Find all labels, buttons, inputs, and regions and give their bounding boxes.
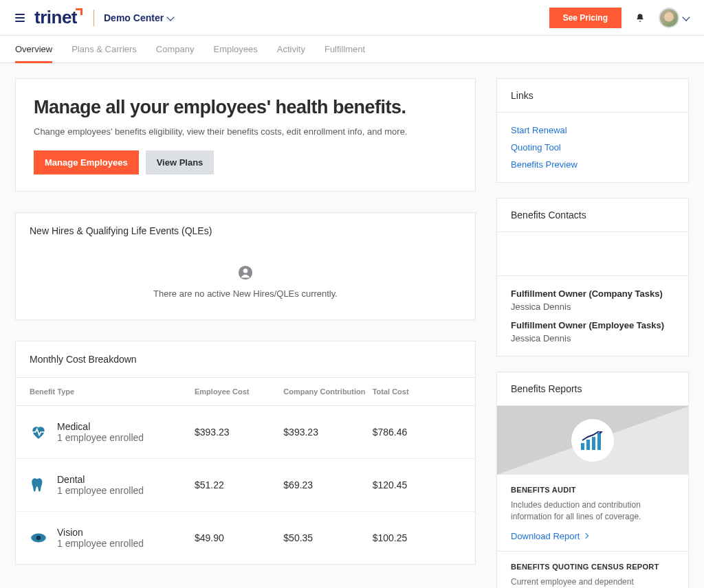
page-subtitle: Change employees' benefits eligibility, …	[34, 126, 457, 137]
contacts-title: Benefits Contacts	[497, 199, 688, 232]
header-left: trinet Demo Center	[15, 7, 173, 28]
download-report-label: Download Report	[511, 531, 580, 541]
page-title: Manage all your employees' health benefi…	[34, 97, 457, 118]
link-start-renewal[interactable]: Start Renewal	[511, 125, 674, 135]
workspace-name: Demo Center	[104, 12, 164, 23]
company-contribution: $393.23	[283, 427, 372, 438]
contact-company-owner: Fulfillment Owner (Company Tasks) Jessic…	[511, 289, 674, 312]
notifications-icon[interactable]	[635, 13, 645, 23]
report-section-desc: Current employee and dependent demograph…	[511, 576, 674, 588]
benefit-enrolled: 1 employee enrolled	[57, 485, 144, 496]
main-column: Manage all your employees' health benefi…	[15, 78, 476, 588]
header-divider	[94, 10, 94, 26]
view-plans-button[interactable]: View Plans	[146, 150, 214, 174]
contacts-list: Fulfillment Owner (Company Tasks) Jessic…	[497, 276, 688, 356]
hero-card: Manage all your employees' health benefi…	[15, 78, 476, 192]
links-list: Start Renewal Quoting Tool Benefits Prev…	[497, 113, 688, 182]
cost-row-medical: Medical 1 employee enrolled $393.23 $393…	[16, 406, 475, 459]
report-graphic	[497, 406, 688, 475]
links-card: Links Start Renewal Quoting Tool Benefit…	[496, 78, 689, 183]
tab-plans-carriers[interactable]: Plans & Carriers	[72, 36, 137, 63]
benefit-name: Dental	[57, 474, 144, 485]
tooth-icon	[30, 476, 47, 494]
total-cost: $120.45	[373, 479, 461, 490]
user-menu[interactable]	[659, 8, 689, 28]
employee-cost: $49.90	[195, 532, 283, 543]
see-pricing-button[interactable]: See Pricing	[549, 8, 622, 28]
report-section-desc: Includes deduction and contribution info…	[511, 499, 674, 523]
chevron-right-icon	[583, 533, 588, 539]
tab-fulfillment[interactable]: Fulfillment	[324, 36, 365, 63]
link-benefits-preview[interactable]: Benefits Preview	[511, 159, 674, 170]
report-section-title: BENEFITS QUOTING CENSUS REPORT	[511, 563, 674, 571]
eye-icon	[30, 529, 47, 547]
tab-company[interactable]: Company	[156, 36, 195, 63]
company-contribution: $50.35	[283, 532, 372, 543]
workspace-switcher[interactable]: Demo Center	[104, 12, 173, 23]
cost-row-dental: Dental 1 employee enrolled $51.22 $69.23…	[16, 459, 475, 512]
svg-rect-7	[597, 433, 601, 450]
link-quoting-tool[interactable]: Quoting Tool	[511, 142, 674, 152]
svg-point-3	[36, 536, 41, 541]
contacts-card: Benefits Contacts Fulfillment Owner (Com…	[496, 198, 689, 357]
col-employee-cost: Employee Cost	[195, 387, 283, 396]
tab-employees[interactable]: Employees	[213, 36, 257, 63]
cost-header-row: Benefit Type Employee Cost Company Contr…	[16, 378, 475, 406]
contacts-spacer	[497, 232, 688, 276]
report-quoting-census: BENEFITS QUOTING CENSUS REPORT Current e…	[497, 552, 688, 588]
benefit-name: Vision	[57, 527, 144, 538]
qle-empty-state: There are no active New Hires/QLEs curre…	[16, 249, 475, 319]
qle-empty-text: There are no active New Hires/QLEs curre…	[153, 289, 338, 299]
reports-card: Benefits Reports BENEFITS AUDIT Incl	[496, 372, 689, 588]
reports-title: Benefits Reports	[497, 372, 688, 406]
heart-icon	[30, 423, 47, 441]
contact-name: Jessica Dennis	[511, 302, 674, 312]
employee-cost: $51.22	[195, 479, 283, 490]
contact-role: Fulfillment Owner (Company Tasks)	[511, 289, 674, 299]
app-header: trinet Demo Center See Pricing	[0, 0, 704, 36]
logo-text-suffix: net	[52, 7, 78, 28]
tab-activity[interactable]: Activity	[277, 36, 305, 63]
col-benefit-type: Benefit Type	[30, 387, 195, 396]
logo-accent-icon	[76, 8, 82, 15]
company-contribution: $69.23	[283, 479, 372, 490]
benefit-enrolled: 1 employee enrolled	[57, 432, 144, 443]
hero-actions: Manage Employees View Plans	[34, 150, 457, 174]
col-company-contribution: Company Contribution	[283, 387, 372, 396]
bar-chart-icon	[581, 431, 604, 450]
person-icon	[238, 265, 253, 280]
chevron-down-icon	[682, 13, 690, 21]
logo-text-prefix: tri	[34, 7, 52, 28]
total-cost: $786.46	[373, 427, 461, 438]
menu-icon[interactable]	[15, 14, 25, 22]
svg-point-1	[243, 269, 248, 273]
report-section-title: BENEFITS AUDIT	[511, 486, 674, 494]
manage-employees-button[interactable]: Manage Employees	[34, 150, 139, 174]
cost-title: Monthly Cost Breakdown	[16, 341, 475, 378]
contact-employee-owner: Fulfillment Owner (Employee Tasks) Jessi…	[511, 320, 674, 343]
benefit-enrolled: 1 employee enrolled	[57, 538, 144, 549]
links-title: Links	[497, 79, 688, 113]
download-report-link[interactable]: Download Report	[511, 531, 674, 541]
qle-title: New Hires & Qualifying Life Events (QLEs…	[16, 213, 475, 249]
side-column: Links Start Renewal Quoting Tool Benefit…	[496, 78, 689, 588]
header-right: See Pricing	[549, 8, 689, 28]
avatar	[659, 8, 679, 28]
cost-breakdown-card: Monthly Cost Breakdown Benefit Type Empl…	[15, 341, 476, 565]
employee-cost: $393.23	[195, 427, 283, 438]
col-total-cost: Total Cost	[373, 387, 461, 396]
total-cost: $100.25	[373, 532, 461, 543]
contact-name: Jessica Dennis	[511, 333, 674, 343]
nav-tabs: Overview Plans & Carriers Company Employ…	[0, 36, 704, 63]
benefit-name: Medical	[57, 421, 144, 432]
page-content: Manage all your employees' health benefi…	[0, 63, 704, 588]
svg-rect-5	[586, 440, 590, 450]
report-benefits-audit: BENEFITS AUDIT Includes deduction and co…	[497, 475, 688, 548]
qle-card: New Hires & Qualifying Life Events (QLEs…	[15, 212, 476, 320]
svg-rect-4	[581, 443, 584, 450]
tab-overview[interactable]: Overview	[15, 36, 52, 63]
svg-rect-6	[592, 437, 595, 450]
chevron-down-icon	[166, 13, 174, 21]
logo[interactable]: trinet	[34, 7, 84, 28]
contact-role: Fulfillment Owner (Employee Tasks)	[511, 320, 674, 330]
